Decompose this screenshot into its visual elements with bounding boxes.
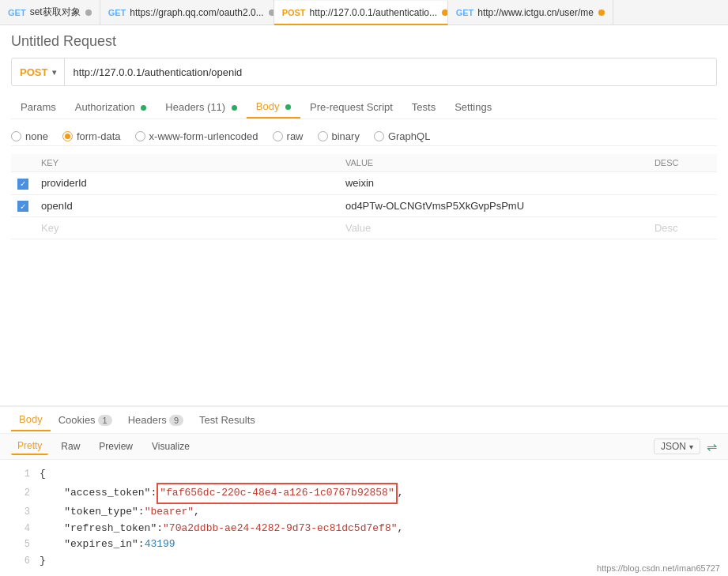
col-value: VALUE [339,154,648,172]
row2-checkbox[interactable]: ✓ [17,201,28,212]
resp-tab-test-results[interactable]: Test Results [191,409,263,431]
tab-close-dot[interactable] [85,9,92,16]
tab-close-dot[interactable] [269,9,274,16]
table-row: ✓ openId od4PTw-OLCNGtVmsP5XkGvpPsPmU [11,194,717,217]
json-line-4: 4 "refresh_token": "70a2ddbb-ae24-4282-9… [11,521,717,537]
format-arrow: ▾ [689,442,693,451]
radio-raw-label: raw [287,130,304,142]
headers-dot [232,105,237,111]
radio-binary-circle [318,131,328,141]
table-row: ✓ providerId weixin [11,172,717,195]
resp-toolbar: Pretty Raw Preview Visualize JSON ▾ ⇌ [0,434,728,460]
method-select[interactable]: POST ▾ [12,58,65,85]
response-tabs: Body Cookies1 Headers9 Test Results [0,407,728,434]
wrap-icon[interactable]: ⇌ [707,439,717,454]
tab-label: http://www.ictgu.cn/user/me [477,7,594,18]
resp-tab-body[interactable]: Body [11,408,51,431]
col-key: KEY [35,154,339,172]
radio-graphql-circle [374,131,384,141]
col-desc: DESC [648,154,717,172]
radio-formdata-circle [62,131,73,141]
nav-tab-prerequest[interactable]: Pre-request Script [300,96,402,118]
radio-graphql[interactable]: GraphQL [374,130,430,142]
method-arrow: ▾ [52,68,56,77]
resp-tab-cookies[interactable]: Cookies1 [51,409,120,431]
radio-none[interactable]: none [11,130,48,142]
json-line-1: 1 { [11,466,717,483]
nav-tabs: Params Authorization Headers (11) Body P… [11,96,717,119]
main-panel: Untitled Request POST ▾ Params Authoriza… [0,25,728,247]
tab-get-user[interactable]: GET http://www.ictgu.cn/user/me [448,0,613,24]
radio-none-label: none [25,130,48,142]
resp-tab-headers[interactable]: Headers9 [120,409,191,431]
pretty-btn[interactable]: Pretty [11,438,48,455]
nav-tab-settings[interactable]: Settings [445,96,501,118]
tab-method-badge: GET [108,8,126,17]
tab-close-dot[interactable] [598,9,605,16]
visualize-btn[interactable]: Visualize [145,439,196,454]
body-type-row: none form-data x-www-form-urlencoded raw… [11,127,717,146]
row1-key[interactable]: providerId [35,172,339,195]
nav-tab-body[interactable]: Body [247,96,300,119]
format-select[interactable]: JSON ▾ [654,439,700,454]
tab-get-graph[interactable]: GET https://graph.qq.com/oauth2.0... [100,0,274,24]
tab-method-badge: GET [456,8,474,17]
json-output: 1 { 2 "access_token": "faf656dc-220c-48e… [0,460,728,576]
placeholder-value[interactable]: Value [339,217,648,239]
row1-desc[interactable] [648,172,717,195]
tab-label: https://graph.qq.com/oauth2.0... [130,7,263,18]
radio-none-circle [11,131,21,141]
radio-urlencoded-circle [135,131,145,141]
tab-method-badge: POST [282,8,306,17]
json-line-2: 2 "access_token": "faf656dc-220c-48e4-a1… [11,483,717,504]
tab-label: set获取对象 [30,6,81,19]
tab-get-set[interactable]: GET set获取对象 [0,0,100,24]
radio-graphql-label: GraphQL [388,130,430,142]
radio-raw-circle [273,131,283,141]
auth-dot [141,105,146,111]
nav-tab-headers[interactable]: Headers (11) [156,96,247,118]
radio-urlencoded-label: x-www-form-urlencoded [149,130,258,142]
page-title: Untitled Request [11,33,717,50]
tab-close-dot[interactable] [442,9,448,16]
tab-label: http://127.0.0.1/authenticatio... [310,7,437,18]
radio-raw[interactable]: raw [273,130,304,142]
url-bar: POST ▾ [11,58,717,86]
footer-url: https://blog.csdn.net/iman65727 [597,563,720,573]
table-row-placeholder: Key Value Desc [11,217,717,239]
radio-urlencoded[interactable]: x-www-form-urlencoded [135,130,258,142]
row2-desc[interactable] [648,194,717,217]
form-table: KEY VALUE DESC ✓ providerId weixin ✓ ope… [11,154,717,239]
placeholder-desc[interactable]: Desc [648,217,717,239]
preview-btn[interactable]: Preview [92,439,139,454]
url-input[interactable] [65,66,716,78]
tab-post-auth[interactable]: POST http://127.0.0.1/authenticatio... [274,1,448,25]
nav-tab-authorization[interactable]: Authorization [66,96,157,118]
body-dot [285,104,291,110]
response-area: Body Cookies1 Headers9 Test Results Pret… [0,405,728,576]
json-line-5: 5 "expires_in": 43199 [11,536,717,553]
raw-btn[interactable]: Raw [55,439,86,454]
json-line-3: 3 "token_type": "bearer", [11,504,717,521]
radio-binary[interactable]: binary [318,130,360,142]
row2-value[interactable]: od4PTw-OLCNGtVmsP5XkGvpPsPmU [339,194,648,217]
radio-binary-label: binary [332,130,360,142]
method-label: POST [20,66,47,78]
radio-formdata-label: form-data [77,130,121,142]
tab-method-badge: GET [8,8,26,17]
row1-checkbox[interactable]: ✓ [17,179,28,190]
format-label: JSON [661,441,686,452]
placeholder-key[interactable]: Key [35,217,339,239]
row1-value[interactable]: weixin [339,172,648,195]
tabs-bar: GET set获取对象 GET https://graph.qq.com/oau… [0,0,728,25]
nav-tab-params[interactable]: Params [11,96,66,118]
row2-key[interactable]: openId [35,194,339,217]
radio-formdata[interactable]: form-data [62,130,121,142]
nav-tab-tests[interactable]: Tests [402,96,445,118]
